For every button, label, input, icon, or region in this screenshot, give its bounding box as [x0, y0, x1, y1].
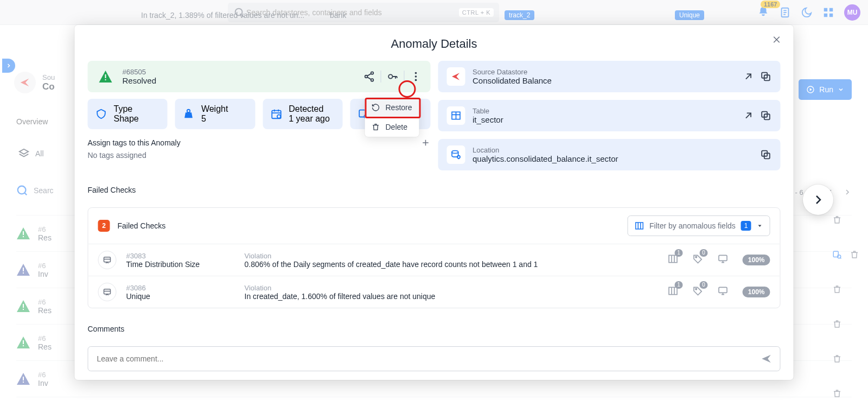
svg-point-74 [457, 156, 460, 158]
copy-icon[interactable] [760, 110, 772, 122]
metric-weight-label: Weight [201, 104, 228, 114]
calendar-icon [270, 108, 282, 120]
more-vert-icon[interactable] [410, 71, 422, 82]
no-tags-text: No tags assigned [88, 151, 431, 160]
svg-rect-91 [669, 287, 677, 294]
svg-marker-81 [758, 225, 762, 227]
svg-point-53 [187, 110, 190, 113]
metric-type: TypeShape [88, 99, 168, 129]
svg-point-51 [414, 75, 417, 78]
svg-rect-40 [105, 79, 106, 80]
svg-point-86 [695, 256, 697, 258]
row-monitor-icon[interactable] [718, 253, 729, 266]
failed-checks-label: Failed Checks [88, 186, 781, 194]
ds-value: Consolidated Balance [473, 76, 552, 85]
next-anomaly-button[interactable] [803, 185, 833, 215]
menu-item-delete-label: Delete [386, 123, 407, 131]
table-card: Tableit_sector [438, 100, 781, 131]
table-icon [446, 106, 465, 125]
row-columns-icon[interactable]: 1 [668, 253, 679, 266]
chevron-down-icon [757, 223, 763, 229]
row-columns-icon[interactable]: 1 [668, 285, 679, 299]
svg-rect-95 [719, 287, 727, 293]
modal-close-button[interactable] [772, 35, 782, 47]
metric-weight-value: 5 [201, 114, 228, 124]
failed-checks-card: 2 Failed Checks Filter by anomalous fiel… [88, 207, 781, 308]
filter-count: 1 [741, 221, 751, 231]
comment-input-wrap [88, 346, 781, 371]
location-card: Locationqualytics.consolidated_balance.i… [438, 139, 781, 170]
metric-detected: Detected1 year ago [263, 99, 342, 129]
source-datastore-card: Source DatastoreConsolidated Balance [438, 61, 781, 92]
comments-label: Comments [88, 325, 781, 333]
row-pct-badge: 100% [743, 255, 770, 265]
menu-item-restore[interactable]: Restore [365, 98, 419, 117]
metric-detected-value: 1 year ago [289, 114, 330, 124]
svg-point-50 [414, 72, 417, 74]
open-link-icon[interactable] [743, 71, 755, 82]
table-label: Table [473, 107, 503, 115]
filter-fields-button[interactable]: Filter by anomalous fields 1 [627, 215, 770, 236]
metric-type-label: Type [114, 104, 139, 114]
anomaly-id: #68505 [123, 68, 157, 76]
modal-title: Anomaly Details [75, 37, 794, 51]
svg-point-58 [277, 115, 280, 118]
svg-point-41 [371, 72, 373, 74]
status-triangle-icon [99, 71, 113, 82]
table-value: it_sector [473, 115, 503, 124]
ds-label: Source Datastore [473, 68, 552, 76]
restore-icon [372, 103, 380, 112]
close-icon [772, 35, 782, 45]
location-label: Location [473, 146, 618, 154]
svg-point-46 [388, 74, 392, 78]
copy-icon[interactable] [760, 149, 772, 161]
svg-rect-83 [669, 255, 677, 262]
failed-count-badge: 2 [98, 220, 110, 232]
shape-icon [95, 108, 107, 120]
location-value: qualytics.consolidated_balance.it_sector [473, 154, 618, 163]
metric-detected-label: Detected [289, 104, 330, 114]
svg-rect-78 [635, 223, 643, 229]
svg-line-64 [746, 74, 751, 79]
svg-point-94 [695, 288, 697, 290]
chevron-right-icon [812, 193, 825, 206]
metric-type-value: Shape [114, 114, 139, 124]
row-tag-icon[interactable]: 0 [693, 253, 704, 266]
columns-icon [634, 221, 644, 231]
trash-icon [372, 123, 380, 131]
add-tag-button[interactable] [420, 138, 430, 148]
svg-line-44 [367, 74, 371, 76]
menu-item-restore-label: Restore [386, 103, 412, 112]
actions-menu: Restore Delete [365, 98, 419, 137]
key-icon[interactable] [386, 71, 398, 82]
svg-line-70 [746, 113, 751, 118]
svg-rect-87 [719, 255, 727, 261]
datastore-icon [446, 67, 465, 86]
svg-point-43 [371, 79, 373, 81]
anomaly-header-card: #68505 Resolved [88, 61, 431, 92]
row-pct-badge: 100% [743, 287, 770, 297]
anomaly-details-modal: Anomaly Details #68505 Resolved [75, 25, 794, 380]
metric-weight: Weight5 [175, 99, 255, 129]
failed-head-label: Failed Checks [118, 221, 166, 230]
share-icon[interactable] [363, 71, 375, 82]
svg-rect-39 [105, 74, 106, 78]
menu-item-delete[interactable]: Delete [365, 117, 419, 137]
open-link-icon[interactable] [743, 110, 755, 122]
check-type-icon [98, 283, 117, 301]
failed-check-row[interactable]: #3083Time Distribution Size Violation0.8… [88, 244, 780, 276]
failed-check-row[interactable]: #3086Unique ViolationIn created_date, 1.… [88, 276, 780, 308]
row-monitor-icon[interactable] [718, 285, 729, 299]
location-icon [446, 145, 465, 164]
assign-tags-label: Assign tags to this Anomaly [88, 138, 181, 147]
send-icon[interactable] [761, 353, 773, 365]
filter-placeholder: Filter by anomalous fields [649, 221, 736, 230]
copy-icon[interactable] [760, 71, 772, 82]
check-type-icon [98, 251, 117, 269]
svg-point-73 [452, 151, 458, 154]
row-tag-icon[interactable]: 0 [693, 285, 704, 299]
comment-input[interactable] [96, 354, 761, 364]
weight-icon [183, 108, 195, 120]
anomaly-status: Resolved [123, 76, 157, 85]
svg-point-52 [414, 79, 417, 81]
